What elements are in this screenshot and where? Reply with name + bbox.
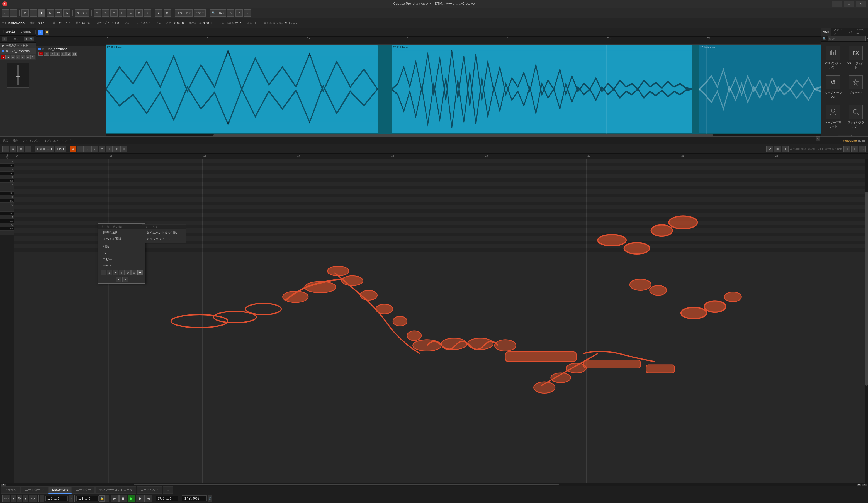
mel-tool-3[interactable]: ▦ xyxy=(17,146,24,152)
mel-zoom-btn[interactable]: + xyxy=(782,146,788,152)
melodyne-hscrollbar-thumb[interactable] xyxy=(134,484,559,485)
ctx-special-select[interactable]: 特殊な選択 xyxy=(99,229,145,235)
melodyne-settings-menu[interactable]: 設定 xyxy=(3,139,8,143)
track-edit-button[interactable]: e xyxy=(55,52,60,56)
key-B[interactable]: B xyxy=(0,159,14,164)
key-C[interactable]: C xyxy=(0,203,14,207)
mode-s-button[interactable]: S xyxy=(30,10,37,17)
audio-segment-2[interactable]: 27_Kotekana xyxy=(392,45,692,133)
ctx-tool-3[interactable]: ⊢ xyxy=(113,270,118,275)
preset-item[interactable]: プリセット xyxy=(845,72,867,102)
record-transport-button[interactable]: ⏺ xyxy=(136,495,144,502)
audio-segment-1[interactable]: 27_Kotekane xyxy=(106,45,378,133)
key-D[interactable]: D xyxy=(0,195,14,199)
list-view-button[interactable]: ≡ xyxy=(24,37,29,41)
minimize-button[interactable]: ─ xyxy=(832,1,843,7)
audio-track-waveform[interactable]: 27_Kotekane 27_Kotekana xyxy=(106,44,820,134)
mode-w-button[interactable]: W xyxy=(55,10,62,17)
mel-arrow-btn[interactable]: ↖ xyxy=(84,146,91,152)
add-track-header-button[interactable]: + xyxy=(39,30,43,34)
melodyne-algorithm-menu[interactable]: アルゴリズム xyxy=(23,139,40,143)
track-read-button[interactable]: R xyxy=(61,52,66,56)
play-transport-button[interactable]: ▶ xyxy=(128,495,135,502)
mel-settings-btn[interactable]: ⚙ xyxy=(766,146,773,152)
mel-cut-btn[interactable]: ✂ xyxy=(99,146,105,152)
edit-button[interactable]: e xyxy=(16,55,20,59)
mel-active-btn[interactable]: ↺ xyxy=(70,146,76,152)
tab-inspector[interactable]: Inspector xyxy=(1,29,17,34)
snap-button[interactable]: ⤣ xyxy=(227,10,234,17)
tab-media[interactable]: メディア xyxy=(831,28,845,36)
tool-split-button[interactable]: ✂ xyxy=(119,10,126,17)
ctx-delete[interactable]: 削除 xyxy=(99,243,145,250)
mel-key-dropdown[interactable]: F Major ... ▾ xyxy=(35,146,54,152)
play-button[interactable]: ▶ xyxy=(155,10,163,17)
stop-button[interactable]: ⏹ xyxy=(119,495,127,502)
ctx-cut[interactable]: カット xyxy=(99,263,145,269)
input-monitor-btn[interactable]: ▼ xyxy=(23,495,29,502)
autoquant-btn[interactable]: AQ xyxy=(29,495,37,502)
ctx-remove-timehandle[interactable]: タイムハンドルを削除 xyxy=(142,230,186,236)
loop-sample-item[interactable]: ↺ ループ & サンプル xyxy=(822,72,845,102)
key-Bb3[interactable]: Bb xyxy=(0,212,14,215)
key-Gb[interactable]: Gb xyxy=(0,179,14,183)
key-F4[interactable]: F4 xyxy=(0,183,14,187)
ctx-tool-4[interactable]: T xyxy=(119,270,125,275)
track-write-button[interactable]: W xyxy=(66,52,71,56)
key-B2[interactable]: B xyxy=(0,207,14,212)
add-track-button[interactable]: + xyxy=(2,37,7,41)
record-btn[interactable]: ● xyxy=(11,495,16,502)
lock-btn[interactable]: 🔒 xyxy=(99,495,105,502)
mel-right-btn[interactable]: ⊞ xyxy=(844,146,850,152)
mode-r-button[interactable]: R xyxy=(46,10,54,17)
chain-button[interactable]: ⛓ xyxy=(30,55,35,59)
mode-m-button[interactable]: M xyxy=(21,10,29,17)
melodyne-scrollbar[interactable]: ◀ ▶ + xyxy=(0,483,868,486)
mel-zoom-in[interactable]: + xyxy=(862,483,867,486)
tab-settings[interactable]: ⚙ xyxy=(163,486,173,493)
mel-tool-1[interactable]: □ xyxy=(2,146,9,152)
channel-fader-area[interactable] xyxy=(7,63,29,88)
mode-a-button[interactable]: A xyxy=(63,10,71,17)
track-record-button[interactable]: ● xyxy=(39,52,43,56)
io-channel-header[interactable]: ▶ 入出力チャンネル xyxy=(0,43,36,48)
key-Ab2[interactable]: Ab xyxy=(0,219,14,223)
key-Bb2[interactable]: Bb xyxy=(0,192,14,195)
tool-zoom-button[interactable]: ⊕ xyxy=(135,10,143,17)
melodyne-vscrollbar-thumb[interactable] xyxy=(866,192,868,386)
ctx-up-arrow[interactable]: ▲ xyxy=(116,277,121,282)
pos-left-btn[interactable]: ◁ xyxy=(40,495,44,502)
read-button[interactable]: R xyxy=(21,55,25,59)
melodyne-vscrollbar[interactable] xyxy=(865,159,868,483)
melodyne-expand-button[interactable]: ⤡ xyxy=(816,136,820,141)
home-icon[interactable]: ⌂ xyxy=(867,37,868,40)
pos-right-btn[interactable]: ▷ xyxy=(69,495,73,502)
track-monitor-button[interactable]: ◀ xyxy=(44,52,49,56)
ctx-select-all[interactable]: すべてを選択 xyxy=(99,235,145,242)
key-Ab[interactable]: Ab xyxy=(0,171,14,175)
record-arm-button[interactable]: ● xyxy=(1,55,6,59)
monitor-button[interactable]: ◀ xyxy=(6,55,11,59)
ctx-tool-5[interactable]: ⊕ xyxy=(125,270,131,275)
bar-dropdown[interactable]: 小節 ▾ xyxy=(194,10,206,17)
mel-pin-btn[interactable]: ⊥ xyxy=(77,146,84,152)
track-freeze-button[interactable]: ❄ xyxy=(50,52,55,56)
tab-editor-1-close[interactable]: ✕ xyxy=(42,488,44,492)
vst-instruments-item[interactable]: VSTインストゥメント xyxy=(822,43,845,72)
grid-btn2[interactable]: ⤤ xyxy=(236,10,243,17)
tool-pencil-button[interactable]: ✎ xyxy=(102,10,109,17)
tempo-tap-btn[interactable]: 🎵 xyxy=(208,495,212,502)
tab-editor-1[interactable]: エディター ✕ xyxy=(21,486,48,493)
tempo-value[interactable]: 148.000 xyxy=(182,495,207,501)
melodyne-edit-menu[interactable]: 編集 xyxy=(13,139,18,143)
file-browser-item[interactable]: ファイルブラウザー xyxy=(845,102,867,132)
tab-vsti[interactable]: VSTi xyxy=(821,28,831,36)
tab-cr[interactable]: CR xyxy=(845,28,854,36)
ctx-tool-2[interactable]: ⊥ xyxy=(107,270,112,275)
track-btn[interactable]: Track xyxy=(2,495,10,502)
key-A2[interactable]: A xyxy=(0,215,14,219)
tool-select-button[interactable]: ↖ xyxy=(94,10,101,17)
grid-dropdown[interactable]: グリッド ▾ xyxy=(175,10,193,17)
scroll-left[interactable]: ◀ xyxy=(1,483,6,486)
search-tracks-button[interactable]: 🔍 xyxy=(29,37,34,41)
